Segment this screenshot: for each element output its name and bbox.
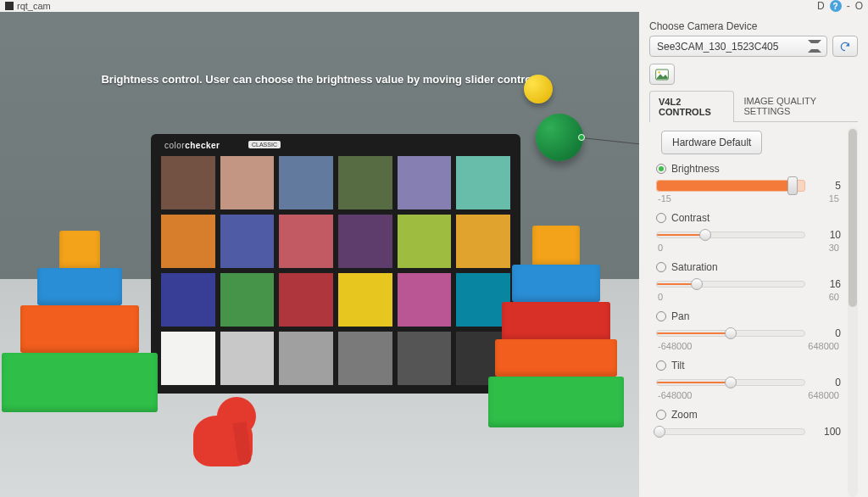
slider-knob-contrast[interactable] xyxy=(699,229,711,241)
radio-pan[interactable] xyxy=(656,311,666,321)
swatch xyxy=(220,273,275,327)
colorchecker-card: colorchecker CLASSIC xyxy=(151,134,520,394)
refresh-icon xyxy=(839,41,851,53)
slider-knob-pan[interactable] xyxy=(725,327,737,339)
swatch xyxy=(398,332,452,385)
slider-zoom[interactable] xyxy=(656,428,805,435)
picture-icon xyxy=(655,69,669,81)
value-zoom: 100 xyxy=(812,426,841,438)
swatch xyxy=(456,156,510,209)
min-contrast: 0 xyxy=(658,243,663,253)
slider-knob-zoom[interactable] xyxy=(654,426,665,438)
label-saturation: Saturation xyxy=(671,261,718,273)
max-saturation: 60 xyxy=(829,292,839,302)
swatch xyxy=(220,215,275,268)
label-contrast: Contrast xyxy=(671,212,709,224)
swatch xyxy=(279,332,333,385)
prop-yellow-pin xyxy=(524,75,553,103)
slider-knob-saturation[interactable] xyxy=(691,278,703,290)
radio-brightness[interactable] xyxy=(656,164,666,174)
min-saturation: 0 xyxy=(658,292,663,302)
swatch xyxy=(398,273,452,327)
control-tilt: Tilt0-648000648000 xyxy=(656,360,841,400)
swatch xyxy=(220,156,275,209)
tab-v4l2-controls[interactable]: V4L2 CONTROLS xyxy=(649,91,734,122)
slider-knob-brightness[interactable] xyxy=(787,176,798,195)
tabs: V4L2 CONTROLS IMAGE QUALITY SETTINGS xyxy=(649,90,858,122)
label-brightness: Brightness xyxy=(671,163,720,175)
camera-preview: Brightness control. User can choose the … xyxy=(0,12,639,497)
control-zoom: Zoom100 xyxy=(656,409,841,438)
radio-contrast[interactable] xyxy=(656,213,666,223)
swatch xyxy=(161,332,215,385)
min-tilt: -648000 xyxy=(658,390,692,400)
controls-scroll-area: Hardware Default Brightness5-1515Contras… xyxy=(649,122,846,497)
capture-button[interactable] xyxy=(649,64,675,85)
slider-contrast[interactable] xyxy=(656,232,805,238)
value-brightness: 5 xyxy=(812,180,841,192)
swatch xyxy=(338,156,392,209)
titlebar-o[interactable]: O xyxy=(855,0,863,12)
refresh-button[interactable] xyxy=(832,36,858,57)
value-contrast: 10 xyxy=(812,229,841,241)
swatch xyxy=(161,215,215,268)
hardware-default-button[interactable]: Hardware Default xyxy=(661,131,762,154)
value-tilt: 0 xyxy=(812,377,841,388)
swatch xyxy=(279,273,333,327)
choose-device-label: Choose Camera Device xyxy=(649,20,858,32)
window-title: rqt_cam xyxy=(17,1,51,11)
app-icon xyxy=(5,2,14,10)
svg-point-1 xyxy=(658,71,660,74)
swatch xyxy=(279,215,333,268)
control-pan: Pan0-648000648000 xyxy=(656,310,841,351)
tab-image-quality-settings[interactable]: IMAGE QUALITY SETTINGS xyxy=(734,90,858,121)
slider-pan[interactable] xyxy=(656,330,805,337)
swatch xyxy=(338,273,392,327)
help-icon[interactable]: ? xyxy=(830,0,842,12)
radio-zoom[interactable] xyxy=(656,410,666,420)
value-pan: 0 xyxy=(812,327,841,339)
radio-tilt[interactable] xyxy=(656,360,666,371)
prop-elephant xyxy=(185,382,261,483)
slider-knob-tilt[interactable] xyxy=(725,377,737,388)
max-contrast: 30 xyxy=(829,243,839,253)
prop-green-pin xyxy=(536,114,583,161)
swatch xyxy=(161,273,215,327)
control-contrast: Contrast10030 xyxy=(656,212,841,253)
value-saturation: 16 xyxy=(812,278,841,290)
swatch xyxy=(456,215,510,268)
swatch xyxy=(279,156,333,209)
max-pan: 648000 xyxy=(808,341,839,351)
radio-saturation[interactable] xyxy=(656,262,666,272)
slider-brightness[interactable] xyxy=(656,180,805,192)
colorchecker-brand: colorchecker xyxy=(164,141,220,150)
annotation-lead-line xyxy=(581,137,639,146)
label-zoom: Zoom xyxy=(671,409,698,421)
swatch xyxy=(338,332,392,385)
device-select-value: See3CAM_130_1523C405 xyxy=(657,41,778,53)
swatch xyxy=(161,156,215,209)
max-tilt: 648000 xyxy=(808,390,839,400)
swatch xyxy=(398,215,452,268)
titlebar: rqt_cam D ? - O xyxy=(0,0,868,12)
swatch xyxy=(398,156,452,209)
colorchecker-swatches xyxy=(161,156,510,385)
scrollbar-thumb[interactable] xyxy=(849,129,857,307)
max-brightness: 15 xyxy=(829,193,839,204)
slider-tilt[interactable] xyxy=(656,379,805,386)
titlebar-d[interactable]: D xyxy=(817,0,825,12)
min-brightness: -15 xyxy=(658,193,671,204)
titlebar-right: D ? - O xyxy=(817,0,863,12)
slider-saturation[interactable] xyxy=(656,281,805,288)
min-pan: -648000 xyxy=(658,341,692,351)
label-tilt: Tilt xyxy=(671,360,685,371)
control-panel: Choose Camera Device See3CAM_130_1523C40… xyxy=(639,12,868,497)
device-select[interactable]: See3CAM_130_1523C405 xyxy=(649,36,827,57)
colorchecker-tag: CLASSIC xyxy=(248,141,281,148)
control-brightness: Brightness5-1515 xyxy=(656,163,841,204)
annotation-lead-dot xyxy=(578,134,585,141)
titlebar-dash[interactable]: - xyxy=(847,0,850,12)
swatch xyxy=(338,215,392,268)
scrollbar[interactable] xyxy=(848,127,858,497)
label-pan: Pan xyxy=(671,310,689,322)
